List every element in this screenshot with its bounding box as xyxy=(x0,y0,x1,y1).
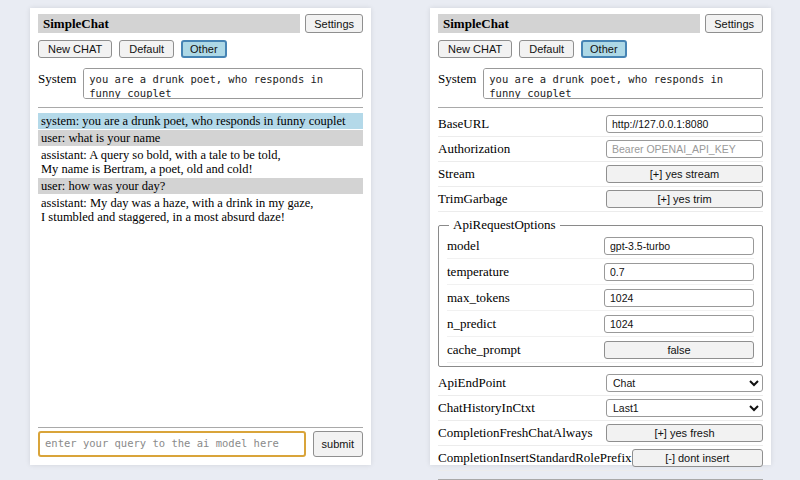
completioninsert-label: CompletionInsertStandardRolePrefix xyxy=(438,450,632,466)
new-chat-button[interactable]: New CHAT xyxy=(38,40,112,58)
chat-message-user: user: what is your name xyxy=(38,130,363,146)
system-label: System xyxy=(38,68,76,87)
baseurl-input[interactable] xyxy=(606,115,763,133)
sessions-row: New CHAT Default Other xyxy=(38,40,363,58)
setting-row-model: model xyxy=(447,233,754,259)
header-row: SimpleChat Settings xyxy=(438,14,763,33)
n-predict-label: n_predict xyxy=(447,316,496,332)
baseurl-label: BaseURL xyxy=(438,116,489,132)
n-predict-input[interactable] xyxy=(604,315,754,333)
setting-row-baseurl: BaseURL xyxy=(438,112,763,137)
app-title: SimpleChat xyxy=(438,14,700,33)
system-prompt-input[interactable]: you are a drunk poet, who responds in fu… xyxy=(83,68,363,99)
temperature-input[interactable] xyxy=(604,263,754,281)
system-prompt-row: System you are a drunk poet, who respond… xyxy=(438,68,763,99)
setting-row-apiendpoint: ApiEndPoint Chat xyxy=(438,371,763,396)
settings-button[interactable]: Settings xyxy=(705,14,763,33)
completion-insert-toggle-button[interactable]: [-] dont insert xyxy=(632,449,763,467)
setting-row-authorization: Authorization xyxy=(438,137,763,162)
settings-list: BaseURL Authorization Stream [+] yes str… xyxy=(438,112,763,471)
trimgarbage-label: TrimGarbage xyxy=(438,191,508,207)
authorization-label: Authorization xyxy=(438,141,510,157)
setting-row-n-predict: n_predict xyxy=(447,311,754,337)
setting-row-completionfresh: CompletionFreshChatAlways [+] yes fresh xyxy=(438,421,763,446)
system-label: System xyxy=(438,68,476,87)
divider xyxy=(38,427,363,428)
temperature-label: temperature xyxy=(447,264,509,280)
chat-history-select[interactable]: Last1 xyxy=(606,399,763,417)
stream-label: Stream xyxy=(438,166,475,182)
settings-panel: SimpleChat Settings New CHAT Default Oth… xyxy=(430,8,771,465)
sessions-row: New CHAT Default Other xyxy=(438,40,763,58)
trimgarbage-toggle-button[interactable]: [+] yes trim xyxy=(606,190,763,208)
session-default-button[interactable]: Default xyxy=(119,40,174,58)
max-tokens-label: max_tokens xyxy=(447,290,510,306)
max-tokens-input[interactable] xyxy=(604,289,754,307)
query-section: submit xyxy=(438,471,763,480)
completionfresh-label: CompletionFreshChatAlways xyxy=(438,425,593,441)
chat-message-system: system: you are a drunk poet, who respon… xyxy=(38,113,363,129)
setting-row-max-tokens: max_tokens xyxy=(447,285,754,311)
header-row: SimpleChat Settings xyxy=(38,14,363,33)
submit-button[interactable]: submit xyxy=(313,431,363,457)
session-other-button[interactable]: Other xyxy=(181,40,227,58)
chat-message-assistant: assistant: My day was a haze, with a dri… xyxy=(38,195,363,225)
setting-row-chathistory: ChatHistoryInCtxt Last1 xyxy=(438,396,763,421)
setting-row-trimgarbage: TrimGarbage [+] yes trim xyxy=(438,187,763,212)
completion-fresh-toggle-button[interactable]: [+] yes fresh xyxy=(606,424,763,442)
apiendpoint-label: ApiEndPoint xyxy=(438,375,506,391)
api-request-options-fieldset: ApiRequestOptions model temperature max_… xyxy=(438,217,763,367)
session-other-button[interactable]: Other xyxy=(581,40,627,58)
cache-prompt-toggle-button[interactable]: false xyxy=(604,341,754,359)
setting-row-temperature: temperature xyxy=(447,259,754,285)
session-default-button[interactable]: Default xyxy=(519,40,574,58)
query-section: submit xyxy=(38,419,363,457)
setting-row-cache-prompt: cache_prompt false xyxy=(447,337,754,363)
chat-message-user: user: how was your day? xyxy=(38,178,363,194)
chat-log: system: you are a drunk poet, who respon… xyxy=(38,113,363,419)
api-endpoint-select[interactable]: Chat xyxy=(606,374,763,392)
app-title: SimpleChat xyxy=(38,14,300,33)
chathistory-label: ChatHistoryInCtxt xyxy=(438,400,535,416)
system-prompt-row: System you are a drunk poet, who respond… xyxy=(38,68,363,99)
chat-panel: SimpleChat Settings New CHAT Default Oth… xyxy=(30,8,371,465)
divider xyxy=(438,107,763,108)
api-request-options-legend: ApiRequestOptions xyxy=(449,217,560,233)
model-input[interactable] xyxy=(604,237,754,255)
setting-row-completioninsert: CompletionInsertStandardRolePrefix [-] d… xyxy=(438,446,763,471)
divider xyxy=(38,107,363,108)
query-input[interactable] xyxy=(38,431,306,457)
cache-prompt-label: cache_prompt xyxy=(447,342,521,358)
stream-toggle-button[interactable]: [+] yes stream xyxy=(606,165,763,183)
model-label: model xyxy=(447,238,480,254)
new-chat-button[interactable]: New CHAT xyxy=(438,40,512,58)
authorization-input[interactable] xyxy=(606,140,763,158)
chat-message-assistant: assistant: A query so bold, with a tale … xyxy=(38,147,363,177)
settings-button[interactable]: Settings xyxy=(305,14,363,33)
setting-row-stream: Stream [+] yes stream xyxy=(438,162,763,187)
system-prompt-input[interactable]: you are a drunk poet, who responds in fu… xyxy=(483,68,763,99)
